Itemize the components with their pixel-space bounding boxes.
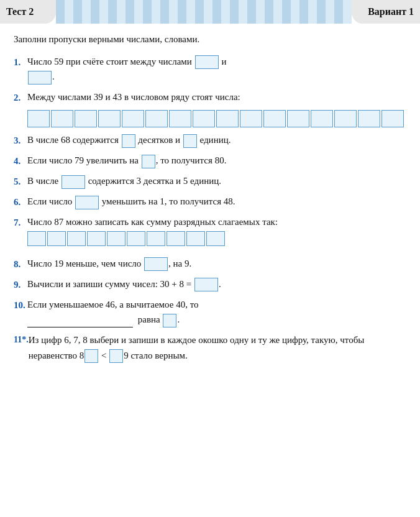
q7-cell-6[interactable] xyxy=(127,231,145,246)
q9-text: Вычисли и запиши сумму чисел: 30 + 8 = . xyxy=(27,277,406,292)
variant-title: Вариант 1 xyxy=(368,6,414,17)
q8-text: Число 19 меньше, чем число , на 9. xyxy=(27,256,406,272)
q2-cell-10[interactable] xyxy=(240,110,262,127)
question-11: 11*. Из цифр 6, 7, 8 выбери и запиши в к… xyxy=(14,332,406,364)
q2-cell-2[interactable] xyxy=(51,110,73,127)
q4-text: Если число 79 увеличить на , то получитс… xyxy=(27,153,406,168)
q1-text: Число 59 при счёте стоит между числами и… xyxy=(27,54,406,85)
q7-cell-5[interactable] xyxy=(107,231,126,246)
q7-cell-7[interactable] xyxy=(147,231,165,246)
q7-cell-1[interactable] xyxy=(27,231,46,246)
q7-cell-10[interactable] xyxy=(206,231,225,246)
test-label: Тест 2 xyxy=(0,0,56,24)
q2-cell-5[interactable] xyxy=(122,110,144,127)
q5-number: 5. xyxy=(14,173,27,189)
q1-number: 1. xyxy=(14,54,27,70)
question-3: 3. В числе 68 содержится десятков и един… xyxy=(14,132,406,148)
q2-cell-9[interactable] xyxy=(216,110,239,127)
q2-cell-12[interactable] xyxy=(287,110,309,127)
question-1: 1. Число 59 при счёте стоит между числам… xyxy=(14,54,406,85)
q5-answer-box[interactable] xyxy=(62,175,85,189)
page-header: Тест 2 Вариант 1 xyxy=(0,0,420,24)
instruction-text: Заполни пропуски верными числами, словам… xyxy=(14,32,406,47)
q2-number: 2. xyxy=(14,89,27,105)
q2-cell-8[interactable] xyxy=(193,110,215,127)
question-2: 2. Между числами 39 и 43 в числовом ряду… xyxy=(14,89,406,105)
q7-text: Число 87 можно записать как сумму разряд… xyxy=(27,214,406,251)
q7-cell-9[interactable] xyxy=(186,231,205,246)
q4-answer-box[interactable] xyxy=(142,155,155,168)
q7-cell-3[interactable] xyxy=(67,231,86,246)
q4-number: 4. xyxy=(14,153,27,168)
q7-cell-2[interactable] xyxy=(47,231,66,246)
q7-number: 7. xyxy=(14,214,27,230)
q10-text: Если уменьшаемое 46, а вычитаемое 40, то… xyxy=(27,297,406,328)
q7-cell-4[interactable] xyxy=(87,231,106,246)
test-title: Тест 2 xyxy=(6,6,34,17)
q8-answer-box[interactable] xyxy=(144,257,168,271)
question-4: 4. Если число 79 увеличить на , то получ… xyxy=(14,153,406,168)
q6-number: 6. xyxy=(14,194,27,209)
q3-answer-box-1[interactable] xyxy=(122,134,135,148)
q11-text: Из цифр 6, 7, 8 выбери и запиши в каждое… xyxy=(29,332,406,364)
question-8: 8. Число 19 меньше, чем число , на 9. xyxy=(14,256,406,272)
header-decoration xyxy=(56,0,352,24)
q8-number: 8. xyxy=(14,256,27,272)
q2-cell-13[interactable] xyxy=(311,110,333,127)
question-9: 9. Вычисли и запиши сумму чисел: 30 + 8 … xyxy=(14,277,406,292)
question-10: 10. Если уменьшаемое 46, а вычитаемое 40… xyxy=(14,297,406,328)
q2-cell-11[interactable] xyxy=(263,110,286,127)
q3-text: В числе 68 содержится десятков и единиц. xyxy=(27,132,406,148)
q6-text: Если число уменьшить на 1, то получится … xyxy=(27,194,406,209)
q10-underline[interactable] xyxy=(27,327,133,327)
q5-text: В числе содержится 3 десятка и 5 единиц. xyxy=(27,173,406,189)
q2-cell-14[interactable] xyxy=(334,110,357,127)
q2-cell-1[interactable] xyxy=(27,110,50,127)
q9-answer-box[interactable] xyxy=(194,278,218,291)
q3-answer-box-2[interactable] xyxy=(183,134,197,148)
q11-box-1[interactable] xyxy=(84,349,98,363)
q10-number: 10. xyxy=(14,297,27,313)
q2-text: Между числами 39 и 43 в числовом ряду ст… xyxy=(27,89,406,105)
q2-cell-16[interactable] xyxy=(381,110,404,127)
q11-box-2[interactable] xyxy=(109,349,123,363)
q2-answer-row xyxy=(27,110,406,127)
q2-cell-15[interactable] xyxy=(358,110,380,127)
q2-cell-3[interactable] xyxy=(75,110,97,127)
q11-number: 11*. xyxy=(14,332,29,347)
main-content: Заполни пропуски верными числами, словам… xyxy=(0,30,420,375)
q1-answer-box-2[interactable] xyxy=(28,71,52,85)
q9-number: 9. xyxy=(14,277,27,292)
question-7: 7. Число 87 можно записать как сумму раз… xyxy=(14,214,406,251)
variant-label: Вариант 1 xyxy=(352,0,420,24)
q7-answer-boxes xyxy=(27,231,226,246)
q10-answer-box[interactable] xyxy=(163,314,176,327)
q7-cell-8[interactable] xyxy=(167,231,185,246)
q3-number: 3. xyxy=(14,132,27,148)
q2-cell-7[interactable] xyxy=(169,110,191,127)
question-6: 6. Если число уменьшить на 1, то получит… xyxy=(14,194,406,209)
q2-cell-4[interactable] xyxy=(98,110,121,127)
q6-answer-box[interactable] xyxy=(75,196,99,209)
question-5: 5. В числе содержится 3 десятка и 5 един… xyxy=(14,173,406,189)
q2-cell-6[interactable] xyxy=(145,110,168,127)
q1-answer-box-1[interactable] xyxy=(195,55,219,69)
